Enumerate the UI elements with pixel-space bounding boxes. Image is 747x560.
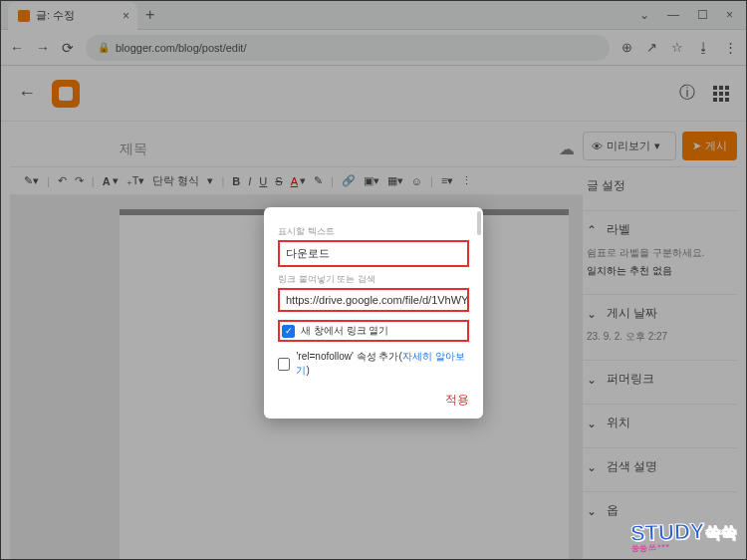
link-url-input[interactable]: https://drive.google.com/file/d/1VhWYE <box>278 288 469 312</box>
nofollow-label: 'rel=nofollow' 속성 추가(자세히 알아보기) <box>296 350 469 378</box>
modal-overlay[interactable]: 표시할 텍스트 다운로드 링크 붙여넣기 또는 검색 https://drive… <box>0 0 747 560</box>
display-text-input[interactable]: 다운로드 <box>278 240 469 267</box>
nofollow-checkbox[interactable] <box>278 358 290 371</box>
nofollow-row[interactable]: 'rel=nofollow' 속성 추가(자세히 알아보기) <box>278 350 469 378</box>
open-new-window-row[interactable]: ✓ 새 창에서 링크 열기 <box>278 320 469 342</box>
watermark: STUDY쏙쏙 쏭쏭쓰*** <box>630 517 738 554</box>
dialog-scrollbar[interactable] <box>477 211 481 235</box>
open-new-window-label: 새 창에서 링크 열기 <box>301 324 388 338</box>
link-dialog: 표시할 텍스트 다운로드 링크 붙여넣기 또는 검색 https://drive… <box>264 207 483 419</box>
link-search-label: 링크 붙여넣기 또는 검색 <box>278 273 469 286</box>
apply-button[interactable]: 적용 <box>445 392 469 409</box>
display-text-label: 표시할 텍스트 <box>278 225 469 238</box>
open-new-window-checkbox[interactable]: ✓ <box>282 325 295 338</box>
